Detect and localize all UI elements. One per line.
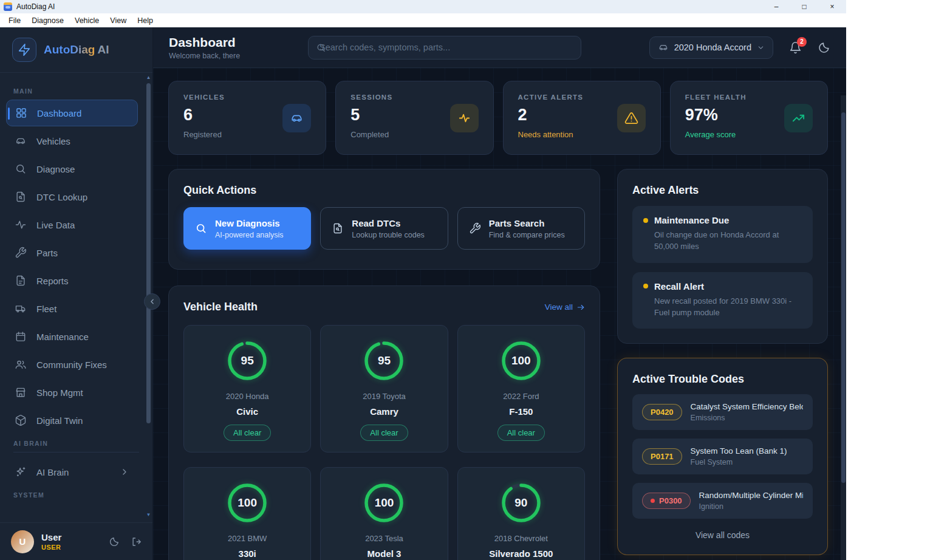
sidebar-item-reports[interactable]: Reports xyxy=(6,267,138,294)
parts-search-button[interactable]: Parts SearchFind & compare prices xyxy=(457,207,585,250)
health-score: 100 xyxy=(498,338,544,384)
sidebar-item-community-fixes[interactable]: Community Fixes xyxy=(6,351,138,378)
menu-view[interactable]: View xyxy=(104,15,132,27)
health-score: 95 xyxy=(361,338,407,384)
stat-card-active-alerts: ACTIVE ALERTS 2 Needs attention xyxy=(503,81,661,155)
dtc-code-badge: P0171 xyxy=(642,448,682,465)
vehicle-model: Silverado 1500 xyxy=(468,548,575,559)
section-system-label: SYSTEM xyxy=(13,491,152,499)
users-icon xyxy=(15,358,27,370)
trouble-code-item[interactable]: P0420 Catalyst System Efficiency Below..… xyxy=(632,394,813,430)
health-ring: 100 xyxy=(498,338,544,384)
dashboard-grid-icon xyxy=(15,107,27,119)
sidebar-item-digital-twin[interactable]: Digital Twin xyxy=(6,407,138,434)
vehicle-health-card[interactable]: 95 2019 Toyota Camry All clear xyxy=(320,325,448,452)
vehicle-health-card[interactable]: 90 2018 Chevrolet Silverado 1500 All cle… xyxy=(457,467,585,560)
health-score: 95 xyxy=(224,338,270,384)
vehicle-health-card[interactable]: 95 2020 Honda Civic All clear xyxy=(183,325,311,452)
calendar-icon xyxy=(15,330,27,343)
alert-item[interactable]: Recall Alert New recall posted for 2019 … xyxy=(632,272,813,329)
dtc-category: Ignition xyxy=(699,502,803,511)
sidebar-item-diagnose[interactable]: Diagnose xyxy=(6,155,138,182)
stat-label: SESSIONS xyxy=(350,94,392,101)
vehicle-health-title: Vehicle Health xyxy=(183,301,258,313)
status-badge: All clear xyxy=(360,425,408,441)
trouble-code-item[interactable]: P0171 System Too Lean (Bank 1) Fuel Syst… xyxy=(632,439,813,474)
sidebar-collapse-button[interactable] xyxy=(144,293,160,310)
logout-icon[interactable] xyxy=(131,536,142,547)
notifications-button[interactable]: 2 xyxy=(789,41,802,54)
close-button[interactable]: × xyxy=(818,0,846,13)
stat-sub: Average score xyxy=(685,130,747,139)
user-role-badge: USER xyxy=(41,544,61,551)
alert-item[interactable]: Maintenance Due Oil change due on Honda … xyxy=(632,206,813,263)
brand-suffix: AI xyxy=(97,43,109,56)
vehicle-selector[interactable]: 2020 Honda Accord xyxy=(649,36,773,59)
read-dtcs-button[interactable]: Read DTCsLookup trouble codes xyxy=(320,207,448,250)
cube-icon xyxy=(15,414,27,426)
view-all-codes-link[interactable]: View all codes xyxy=(632,530,813,540)
health-score: 100 xyxy=(224,480,270,526)
selected-vehicle-label: 2020 Honda Accord xyxy=(674,43,751,52)
maximize-button[interactable]: □ xyxy=(790,0,818,13)
menu-diagnose[interactable]: Diagnose xyxy=(26,15,69,27)
user-area: U User USER xyxy=(0,522,152,560)
main-scrollbar[interactable] xyxy=(841,95,846,560)
app-icon xyxy=(4,2,12,11)
sidebar-item-dtc-lookup[interactable]: DTC Lookup xyxy=(6,183,138,210)
sidebar: AutoDiagAI MAIN Dashboard Vehicles Diagn… xyxy=(0,27,153,560)
sidebar-item-label: Fleet xyxy=(36,304,56,314)
action-subtitle: AI-powered analysis xyxy=(215,231,284,239)
sidebar-item-parts[interactable]: Parts xyxy=(6,239,138,266)
sidebar-item-dashboard[interactable]: Dashboard xyxy=(6,100,138,126)
warning-triangle-icon xyxy=(617,104,646,132)
trouble-code-item[interactable]: P0300 Random/Multiple Cylinder Misfi... … xyxy=(632,483,813,519)
search-input[interactable] xyxy=(308,36,581,60)
theme-toggle-button[interactable] xyxy=(818,41,830,54)
scroll-up-arrow-icon[interactable]: ▲ xyxy=(146,75,151,80)
vehicle-health-card[interactable]: 100 2021 BMW 330i All clear xyxy=(183,467,311,560)
vehicle-health-card[interactable]: 100 2022 Ford F-150 All clear xyxy=(457,325,585,452)
scroll-down-arrow-icon[interactable]: ▼ xyxy=(146,512,151,517)
stat-card-sessions: SESSIONS 5 Completed xyxy=(335,81,493,155)
menu-vehicle[interactable]: Vehicle xyxy=(69,15,104,27)
stat-value: 5 xyxy=(350,106,392,125)
sidebar-item-label: Parts xyxy=(36,248,58,258)
vehicle-year-make: 2022 Ford xyxy=(468,392,575,401)
brand-name: AutoDiag xyxy=(44,43,95,56)
file-search-icon xyxy=(15,191,27,203)
sidebar-item-label: Digital Twin xyxy=(36,415,83,426)
sidebar-item-shop-mgmt[interactable]: Shop Mgmt xyxy=(6,379,138,406)
sidebar-item-label: DTC Lookup xyxy=(36,192,87,202)
header: Dashboard Welcome back, there 2020 Honda… xyxy=(153,27,846,68)
stat-sub: Completed xyxy=(350,130,392,139)
menu-file[interactable]: File xyxy=(3,15,26,27)
main-scrollbar-thumb[interactable] xyxy=(841,112,846,483)
brand: AutoDiagAI xyxy=(0,27,152,73)
car-icon xyxy=(282,104,311,132)
vehicle-health-card[interactable]: 100 2023 Tesla Model 3 All clear xyxy=(320,467,448,560)
sidebar-scrollbar-thumb[interactable] xyxy=(146,83,151,423)
arrow-right-icon xyxy=(576,303,585,312)
sidebar-item-ai-brain[interactable]: AI Brain xyxy=(6,459,138,485)
sidebar-item-live-data[interactable]: Live Data xyxy=(6,211,138,238)
moon-icon[interactable] xyxy=(109,536,120,547)
stat-value: 2 xyxy=(518,106,584,125)
sidebar-item-maintenance[interactable]: Maintenance xyxy=(6,323,138,350)
health-ring: 90 xyxy=(498,480,544,526)
sidebar-item-label: Live Data xyxy=(36,220,75,230)
new-diagnosis-button[interactable]: New DiagnosisAI-powered analysis xyxy=(183,207,311,250)
sidebar-item-label: Shop Mgmt xyxy=(36,388,83,398)
sidebar-item-label: Maintenance xyxy=(36,332,89,342)
menu-help[interactable]: Help xyxy=(132,15,159,27)
view-all-link[interactable]: View all xyxy=(545,302,585,312)
sidebar-item-vehicles[interactable]: Vehicles xyxy=(6,128,138,154)
divider xyxy=(13,452,139,452)
view-all-label: View all xyxy=(545,302,573,312)
active-alerts-title: Active Alerts xyxy=(632,184,813,197)
minimize-button[interactable]: – xyxy=(762,0,790,13)
sidebar-item-label: AI Brain xyxy=(36,467,69,477)
stat-value: 6 xyxy=(183,106,225,125)
stat-sub: Registered xyxy=(183,130,225,139)
sidebar-item-fleet[interactable]: Fleet xyxy=(6,295,138,322)
